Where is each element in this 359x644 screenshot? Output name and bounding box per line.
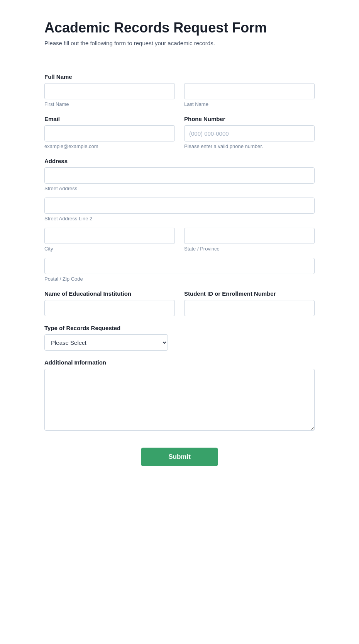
phone-col: Phone Number Please enter a valid phone … bbox=[184, 116, 315, 149]
records-type-select[interactable]: Please Select Transcript Diploma Enrollm… bbox=[44, 334, 168, 351]
full-name-group: Full Name First Name Last Name bbox=[44, 73, 315, 107]
additional-info-group: Additional Information bbox=[44, 359, 315, 432]
street-address-sublabel: Street Address bbox=[44, 186, 315, 191]
state-input[interactable] bbox=[184, 228, 315, 244]
submit-button[interactable]: Submit bbox=[141, 448, 218, 466]
street-address-line2-input[interactable] bbox=[44, 198, 315, 214]
postal-sublabel: Postal / Zip Code bbox=[44, 276, 315, 282]
last-name-sublabel: Last Name bbox=[184, 101, 315, 107]
full-name-label: Full Name bbox=[44, 73, 315, 80]
address-group: Address Street Address Street Address Li… bbox=[44, 158, 315, 282]
first-name-col: First Name bbox=[44, 83, 175, 107]
phone-input[interactable] bbox=[184, 125, 315, 141]
phone-error: Please enter a valid phone number. bbox=[184, 143, 315, 149]
email-col: Email example@example.com bbox=[44, 116, 175, 149]
first-name-input[interactable] bbox=[44, 83, 175, 99]
city-sublabel: City bbox=[44, 246, 175, 252]
email-input[interactable] bbox=[44, 125, 175, 141]
institution-label: Name of Educational Institution bbox=[44, 290, 175, 297]
last-name-col: Last Name bbox=[184, 83, 315, 107]
page-title: Academic Records Request Form bbox=[44, 19, 315, 36]
page-subtitle: Please fill out the following form to re… bbox=[44, 40, 315, 46]
state-col: State / Province bbox=[184, 228, 315, 252]
last-name-input[interactable] bbox=[184, 83, 315, 99]
institution-input[interactable] bbox=[44, 300, 175, 316]
postal-input[interactable] bbox=[44, 258, 315, 274]
phone-label: Phone Number bbox=[184, 116, 315, 122]
city-col: City bbox=[44, 228, 175, 252]
student-id-input[interactable] bbox=[184, 300, 315, 316]
email-label: Email bbox=[44, 116, 175, 122]
street-address-line2-sublabel: Street Address Line 2 bbox=[44, 216, 315, 221]
city-input[interactable] bbox=[44, 228, 175, 244]
email-sublabel: example@example.com bbox=[44, 143, 175, 149]
institution-col: Name of Educational Institution bbox=[44, 290, 175, 316]
additional-info-label: Additional Information bbox=[44, 359, 315, 366]
state-sublabel: State / Province bbox=[184, 246, 315, 252]
additional-info-textarea[interactable] bbox=[44, 369, 315, 431]
email-phone-group: Email example@example.com Phone Number P… bbox=[44, 116, 315, 149]
submit-wrapper: Submit bbox=[44, 448, 315, 466]
street-address-input[interactable] bbox=[44, 167, 315, 184]
address-label: Address bbox=[44, 158, 315, 164]
first-name-sublabel: First Name bbox=[44, 101, 175, 107]
institution-studentid-group: Name of Educational Institution Student … bbox=[44, 290, 315, 316]
student-id-label: Student ID or Enrollment Number bbox=[184, 290, 315, 297]
form-container: Academic Records Request Form Please fil… bbox=[21, 0, 338, 497]
records-type-group: Type of Records Requested Please Select … bbox=[44, 325, 315, 351]
student-id-col: Student ID or Enrollment Number bbox=[184, 290, 315, 316]
records-type-label: Type of Records Requested bbox=[44, 325, 315, 331]
